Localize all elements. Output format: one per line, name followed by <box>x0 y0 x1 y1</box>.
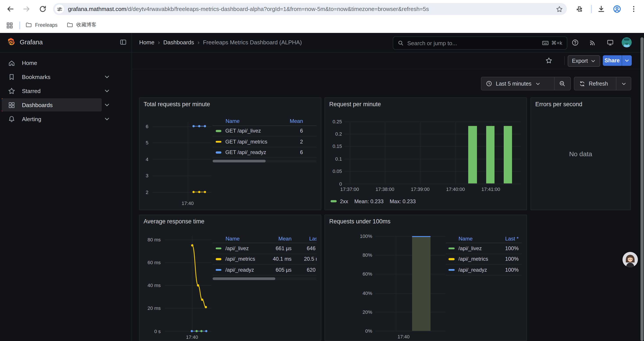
chevron-down-icon[interactable] <box>104 88 110 94</box>
series-name[interactable]: /api/_metrics <box>458 256 496 262</box>
extensions-icon[interactable] <box>576 5 583 13</box>
user-avatar[interactable] <box>622 37 632 47</box>
bookmark-star-icon[interactable] <box>556 6 563 13</box>
data-point[interactable] <box>205 330 207 332</box>
y-tick-label: 6 <box>139 124 148 129</box>
share-button[interactable]: Share <box>603 55 622 66</box>
bar[interactable] <box>468 126 477 184</box>
profile-icon[interactable] <box>613 5 621 13</box>
apps-grid-icon[interactable] <box>6 22 13 29</box>
scrollbar-thumb[interactable] <box>212 160 266 162</box>
chart-plot-area[interactable]: 100%80%60%40%20%0%17:40 <box>325 215 526 340</box>
data-point[interactable] <box>198 191 200 193</box>
back-icon[interactable] <box>6 5 14 13</box>
share-menu-button[interactable] <box>622 55 632 66</box>
refresh-interval-button[interactable] <box>616 77 631 90</box>
legend-row[interactable]: /api/_livez 100% <box>446 243 522 254</box>
series-name[interactable]: /api/_livez <box>225 245 266 251</box>
browser-menu-icon[interactable] <box>630 5 638 13</box>
url-bar[interactable]: grafana.mathmast.com/d/deytv4rwavabkb/fr… <box>53 3 567 15</box>
y-tick-label: 20 ms <box>139 305 161 311</box>
folder-icon <box>26 22 32 28</box>
time-range-picker[interactable]: Last 5 minutes <box>481 77 554 90</box>
page-scrollbar-thumb[interactable] <box>640 37 644 341</box>
data-point[interactable] <box>190 330 193 332</box>
series-name[interactable]: GET /api/_metrics <box>225 139 282 145</box>
series-name[interactable]: /api/_metrics <box>225 256 266 262</box>
bar[interactable] <box>486 126 494 184</box>
x-tick-label: 17:40:00 <box>438 186 473 192</box>
bookmark-folder-blogs[interactable]: 收藏博客 <box>67 22 96 28</box>
bar[interactable] <box>504 126 512 184</box>
export-button[interactable]: Export <box>568 55 600 67</box>
legend-row[interactable]: GET /api/_metrics 2 <box>212 137 316 147</box>
site-settings-icon[interactable] <box>55 5 64 14</box>
legend-scrollbar[interactable] <box>212 160 316 162</box>
series-name[interactable]: 2xx <box>340 198 348 204</box>
legend-row[interactable]: /api/_readyz 605 µs 620 µs <box>212 265 316 275</box>
column-header-mean[interactable]: Mean <box>266 235 292 242</box>
data-point[interactable] <box>198 125 200 127</box>
breadcrumb-home[interactable]: Home <box>139 39 154 46</box>
chart-plot-area[interactable]: 0.250.20.150.10.05017:37:0017:38:0017:39… <box>325 98 526 210</box>
sidebar-item-home[interactable]: Home <box>0 56 131 70</box>
column-header-mean[interactable]: Mean <box>282 118 316 124</box>
legend-scrollbar[interactable] <box>212 277 316 280</box>
legend-header: Name Last * <box>446 234 522 243</box>
data-point[interactable] <box>192 191 194 193</box>
column-header-name[interactable]: Name <box>226 235 266 242</box>
column-header-last[interactable]: Last * <box>292 235 316 242</box>
gridline <box>375 312 446 312</box>
bar[interactable] <box>412 236 430 331</box>
data-point[interactable] <box>192 125 194 127</box>
column-header-last[interactable]: Last * <box>496 235 522 242</box>
chevron-down-icon[interactable] <box>104 74 110 80</box>
chevron-down-icon[interactable] <box>104 116 110 122</box>
legend-row[interactable]: /api/_metrics 100% <box>446 254 522 265</box>
chevron-down-icon[interactable] <box>104 102 110 108</box>
chart-legend[interactable]: 2xx Mean: 0.233 Max: 0.233 <box>330 198 416 204</box>
sidebar-item-starred[interactable]: Starred <box>0 84 131 98</box>
column-header-name[interactable]: Name <box>226 118 282 124</box>
dock-menu-icon[interactable] <box>120 39 126 46</box>
breadcrumb-dashboards[interactable]: Dashboards <box>163 39 194 46</box>
favorite-star-icon[interactable] <box>545 57 552 64</box>
data-point[interactable] <box>204 191 206 193</box>
url-text[interactable]: grafana.mathmast.com/d/deytv4rwavabkb/fr… <box>68 6 556 12</box>
series-name[interactable]: GET /api/_readyz <box>225 149 282 156</box>
series-name[interactable]: /api/_livez <box>458 245 496 251</box>
series-name[interactable]: /api/_readyz <box>458 267 496 273</box>
legend-row[interactable]: GET /api/_livez 6 <box>212 126 316 137</box>
data-point[interactable] <box>204 125 206 127</box>
data-point[interactable] <box>200 330 202 332</box>
column-header-name[interactable]: Name <box>458 235 496 242</box>
sidebar-item-label: Alerting <box>22 116 41 122</box>
zoom-out-button[interactable] <box>554 77 570 90</box>
series-max-stat: Max: 0.233 <box>390 198 416 204</box>
help-icon[interactable] <box>572 39 578 46</box>
toolbar-divider <box>564 56 564 65</box>
keyboard-icon <box>542 40 549 47</box>
series-name[interactable]: /api/_readyz <box>225 267 266 273</box>
grafana-logo-icon[interactable] <box>6 37 16 47</box>
refresh-button[interactable]: Refresh <box>574 77 616 90</box>
forward-icon[interactable] <box>22 5 31 13</box>
floating-assistant-avatar[interactable] <box>622 252 638 267</box>
sidebar-item-bookmarks[interactable]: Bookmarks <box>0 70 131 84</box>
reload-icon[interactable] <box>38 5 47 13</box>
legend-row[interactable]: /api/_readyz 100% <box>446 265 522 275</box>
legend-row[interactable]: /api/_metrics 40.1 ms 20.5 ms <box>212 254 316 265</box>
news-rss-icon[interactable] <box>589 39 596 46</box>
sidebar-item-dashboards[interactable]: Dashboards <box>0 98 131 112</box>
scrollbar-thumb[interactable] <box>212 277 275 280</box>
downloads-icon[interactable] <box>597 5 606 13</box>
bookmark-folder-freeleaps[interactable]: Freeleaps <box>26 22 58 28</box>
toolbar-divider <box>591 5 592 13</box>
sidebar-item-alerting[interactable]: Alerting <box>0 112 131 126</box>
data-point[interactable] <box>195 330 198 332</box>
legend-row[interactable]: GET /api/_readyz 6 <box>212 147 316 158</box>
legend-row[interactable]: /api/_livez 661 µs 646 µs <box>212 243 316 254</box>
search-input[interactable]: Search or jump to... ⌘+k <box>393 37 567 50</box>
series-name[interactable]: GET /api/_livez <box>225 128 282 134</box>
screen-share-icon[interactable] <box>606 39 614 46</box>
